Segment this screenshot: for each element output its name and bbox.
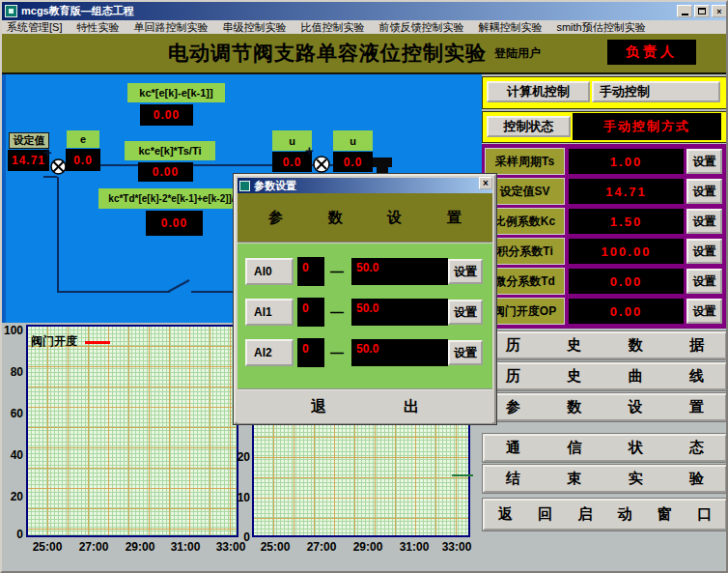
ai0-set-button[interactable]: 设置 xyxy=(448,259,483,284)
param-set-button-sv[interactable]: 设置 xyxy=(686,179,722,204)
chart1-ytick: 0 xyxy=(2,528,23,541)
param-set-button-td[interactable]: 设置 xyxy=(686,269,722,294)
dialog-row-ai1: AI1 0 — 50.0 设置 xyxy=(238,298,492,327)
param-set-button-ti[interactable]: 设置 xyxy=(686,239,722,264)
menu-item-feedforward[interactable]: 前馈反馈控制实验 xyxy=(378,20,463,35)
chart1-xtick: 31:00 xyxy=(165,540,206,554)
ai0-high-value: 50.0 xyxy=(351,258,448,285)
communication-status-button[interactable]: 通信状态 xyxy=(483,434,727,462)
control-status-value: 手动控制方式 xyxy=(573,113,721,140)
param-set-button-ts[interactable]: 设置 xyxy=(686,149,722,174)
chart1-xtick: 25:00 xyxy=(27,540,68,554)
ai2-low-value: 0 xyxy=(297,338,324,367)
menu-item-single-loop[interactable]: 单回路控制实验 xyxy=(133,20,208,35)
exit-button[interactable]: 退出 xyxy=(238,388,492,423)
chart2-xtick: 33:00 xyxy=(436,540,477,554)
menu-item-smith[interactable]: smith预估控制实验 xyxy=(556,20,645,35)
menu-item-system[interactable]: 系统管理[S] xyxy=(7,20,62,35)
ai2-button[interactable]: AI2 xyxy=(245,339,294,366)
chart2-ytick: 10 xyxy=(229,491,250,504)
dialog-close-button[interactable]: × xyxy=(479,177,492,189)
feedback-line-left xyxy=(58,291,170,293)
param-label-ts: 采样周期Ts xyxy=(485,148,565,175)
level-trace xyxy=(452,474,473,476)
p-term-value: 0.00 xyxy=(140,104,193,126)
range-dash: — xyxy=(330,264,344,279)
chart1-xtick: 27:00 xyxy=(73,540,114,554)
dialog-body: AI0 0 — 50.0 设置 AI1 0 — 50.0 设置 AI2 0 — … xyxy=(238,242,492,388)
param-value-sv: 14.71 xyxy=(569,179,684,204)
param-value-ti: 100.00 xyxy=(569,239,684,264)
param-value-op: 0.00 xyxy=(569,299,684,324)
menu-item-cascade[interactable]: 串级控制实验 xyxy=(222,20,286,35)
return-start-window-button[interactable]: 返回启动窗口 xyxy=(483,499,727,530)
user-badge: 负责人 xyxy=(607,40,696,65)
chart2-xtick: 25:00 xyxy=(255,540,295,554)
control-status-button[interactable]: 控制状态 xyxy=(487,116,571,137)
param-value-kc: 1.50 xyxy=(569,209,684,234)
chart1-ytick: 40 xyxy=(2,448,23,462)
application-window: mcgs教育版—组态工程 × 系统管理[S] 特性实验 单回路控制实验 串级控制… xyxy=(0,0,728,573)
dialog-icon xyxy=(239,181,250,191)
dialog-header: 参数设置 xyxy=(238,193,492,242)
app-icon xyxy=(5,5,17,17)
dialog-row-ai0: AI0 0 — 50.0 设置 xyxy=(238,257,492,286)
end-experiment-button[interactable]: 结束实验 xyxy=(483,465,727,493)
dialog-row-ai2: AI2 0 — 50.0 设置 xyxy=(238,338,492,367)
chart2-xtick: 29:00 xyxy=(348,540,388,554)
menu-bar: 系统管理[S] 特性实验 单回路控制实验 串级控制实验 比值控制实验 前馈反馈控… xyxy=(2,20,728,34)
login-user-label: 登陆用户 xyxy=(494,45,541,62)
ai0-low-value: 0 xyxy=(297,257,324,286)
d-term-formula: kc*Td*[e[k]-2*e[k-1]+e[k-2]]/ xyxy=(98,188,244,209)
summing-junction-icon xyxy=(50,158,67,175)
chart1-ytick: 80 xyxy=(2,365,23,379)
u2-value: 0.0 xyxy=(333,152,373,172)
chart1-legend-label: 阀门开度 xyxy=(31,333,77,350)
summing-junction-2-icon xyxy=(313,156,330,173)
title-bar: mcgs教育版—组态工程 × xyxy=(2,2,728,20)
ai2-high-value: 50.0 xyxy=(351,339,448,366)
param-label-td: 微分系数Td xyxy=(485,268,565,295)
chart1-xtick: 29:00 xyxy=(120,540,160,554)
i-term-formula: kc*e[k]*Ts/Ti xyxy=(125,141,215,160)
ai0-button[interactable]: AI0 xyxy=(245,258,294,285)
restore-button[interactable] xyxy=(694,5,710,17)
error-value: 0.0 xyxy=(66,149,100,171)
chart1-ytick: 100 xyxy=(2,324,23,337)
chart1-legend-line-icon xyxy=(85,341,110,344)
param-value-ts: 1.00 xyxy=(569,149,684,174)
window-title: mcgs教育版—组态工程 xyxy=(21,4,134,18)
manual-control-button[interactable]: 手动控制 xyxy=(592,81,720,102)
feedback-line-vertical xyxy=(57,177,59,293)
ai1-button[interactable]: AI1 xyxy=(245,299,294,326)
parameter-setting-button[interactable]: 参数设置 xyxy=(483,393,727,421)
minus-sign xyxy=(43,176,57,178)
param-set-button-kc[interactable]: 设置 xyxy=(686,209,722,234)
minimize-icon xyxy=(682,14,688,15)
param-label-kc: 比例系数Kc xyxy=(485,208,565,235)
ai2-set-button[interactable]: 设置 xyxy=(448,340,483,365)
param-set-button-op[interactable]: 设置 xyxy=(686,299,722,324)
page-title: 电动调节阀支路单容液位控制实验 xyxy=(168,40,487,67)
parameter-dialog: 参数设置 × 参数设置 AI0 0 — 50.0 设置 AI1 0 — 50.0… xyxy=(234,174,496,424)
history-data-button[interactable]: 历史数据 xyxy=(483,331,727,359)
restore-icon xyxy=(698,8,706,14)
history-curve-button[interactable]: 历史曲线 xyxy=(483,362,727,390)
chart1-ytick: 20 xyxy=(2,490,23,503)
menu-item-characteristic[interactable]: 特性实验 xyxy=(76,20,119,35)
param-label-op: 阀门开度OP xyxy=(485,298,565,325)
close-button[interactable]: × xyxy=(712,5,727,17)
computer-control-button[interactable]: 计算机控制 xyxy=(487,81,590,102)
ai1-high-value: 50.0 xyxy=(351,299,448,326)
menu-item-decoupling[interactable]: 解耦控制实验 xyxy=(478,20,542,35)
menu-item-ratio[interactable]: 比值控制实验 xyxy=(300,20,364,35)
param-value-td: 0.00 xyxy=(569,269,684,294)
p-term-formula: kc*[e[k]-e[k-1]] xyxy=(127,83,225,102)
chart2-ytick: 20 xyxy=(229,450,250,464)
range-dash: — xyxy=(330,304,344,320)
d-term-value: 0.00 xyxy=(146,211,203,236)
chart2-ytick: 0 xyxy=(229,530,250,544)
ai1-set-button[interactable]: 设置 xyxy=(448,300,483,325)
chart2-xtick: 27:00 xyxy=(301,540,342,554)
minimize-button[interactable] xyxy=(677,5,692,17)
